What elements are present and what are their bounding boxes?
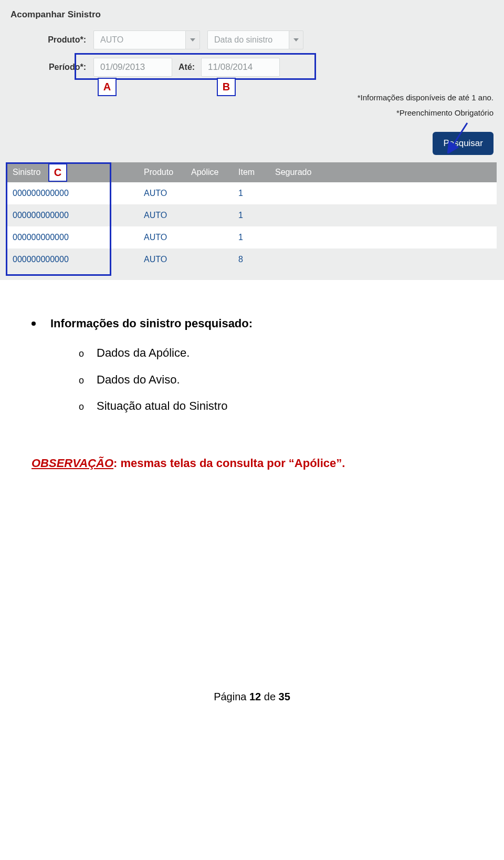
label-ate: Até: xyxy=(178,63,195,72)
list-item-text: Dados da Apólice. xyxy=(97,346,190,359)
cell-produto: AUTO xyxy=(139,226,186,248)
panel-title: Acompanhar Sinistro xyxy=(10,9,497,20)
footer-pre: Página xyxy=(214,691,249,702)
footer-current: 12 xyxy=(249,691,261,702)
cell-sinistro: 000000000000 xyxy=(7,248,139,271)
row-periodo: Período*: 01/09/2013 Até: 11/08/2014 xyxy=(7,58,497,77)
list-item-text: Situação atual do Sinistro xyxy=(97,399,228,412)
cell-produto: AUTO xyxy=(139,182,186,204)
cell-sinistro: 000000000000 xyxy=(7,204,139,226)
footer-total: 35 xyxy=(279,691,290,702)
cell-segurado xyxy=(270,204,497,226)
note-1: *Informações disponíveis de até 1 ano. xyxy=(7,90,494,106)
th-item: Item xyxy=(233,162,270,182)
obs-text: : mesmas telas da consulta por “Apólice”… xyxy=(113,457,345,470)
table-row[interactable]: 000000000000 AUTO 1 xyxy=(7,226,497,248)
circle-bullet-icon: o xyxy=(79,370,97,391)
produto-value: AUTO xyxy=(93,30,185,49)
label-periodo: Período*: xyxy=(34,63,86,72)
periodo-from-input[interactable]: 01/09/2013 xyxy=(93,58,172,77)
document-body: Informações do sinistro pesquisado: oDad… xyxy=(0,280,504,470)
search-button[interactable]: Pesquisar xyxy=(433,132,494,155)
table-row[interactable]: 000000000000 AUTO 8 xyxy=(7,248,497,271)
bullet-icon xyxy=(32,322,36,326)
data-sinistro-placeholder: Data do sinistro xyxy=(207,30,289,49)
data-sinistro-select[interactable]: Data do sinistro xyxy=(207,30,303,49)
list-item: oDados da Apólice. xyxy=(79,340,472,367)
cell-produto: AUTO xyxy=(139,248,186,271)
cell-segurado xyxy=(270,182,497,204)
table-row[interactable]: 000000000000 AUTO 1 xyxy=(7,182,497,204)
note-2: *Preenchimento Obrigatório xyxy=(7,106,494,121)
row-produto: Produto*: AUTO Data do sinistro xyxy=(7,30,497,49)
cell-item: 1 xyxy=(233,182,270,204)
list-item: oDados do Aviso. xyxy=(79,367,472,393)
bullet-heading: Informações do sinistro pesquisado: xyxy=(32,317,472,330)
cell-item: 8 xyxy=(233,248,270,271)
th-produto: Produto xyxy=(139,162,186,182)
sub-list: oDados da Apólice. oDados do Aviso. oSit… xyxy=(79,340,472,420)
annotation-marker-c: C xyxy=(48,163,67,182)
table-row[interactable]: 000000000000 AUTO 1 xyxy=(7,204,497,226)
periodo-to-input[interactable]: 11/08/2014 xyxy=(201,58,280,77)
notes-block: *Informações disponíveis de até 1 ano. *… xyxy=(7,90,494,120)
page-footer: Página 12 de 35 xyxy=(0,691,504,719)
annotation-marker-a: A xyxy=(98,78,117,96)
circle-bullet-icon: o xyxy=(79,343,97,365)
form-panel: Acompanhar Sinistro Produto*: AUTO Data … xyxy=(0,0,504,280)
circle-bullet-icon: o xyxy=(79,396,97,418)
chevron-down-icon[interactable] xyxy=(185,30,200,49)
cell-apolice xyxy=(186,248,233,271)
th-segurado: Segurado xyxy=(270,162,497,182)
list-item: oSituação atual do Sinistro xyxy=(79,393,472,420)
cell-item: 1 xyxy=(233,226,270,248)
th-sinistro: Sinistro xyxy=(7,162,139,182)
cell-sinistro: 000000000000 xyxy=(7,182,139,204)
chevron-down-icon[interactable] xyxy=(289,30,303,49)
list-item-text: Dados do Aviso. xyxy=(97,373,180,386)
cell-apolice xyxy=(186,226,233,248)
obs-label: OBSERVAÇÃO xyxy=(32,457,113,470)
cell-item: 1 xyxy=(233,204,270,226)
cell-sinistro: 000000000000 xyxy=(7,226,139,248)
produto-select[interactable]: AUTO xyxy=(93,30,200,49)
annotation-marker-b: B xyxy=(217,78,236,96)
cell-produto: AUTO xyxy=(139,204,186,226)
footer-mid: de xyxy=(261,691,278,702)
results-grid-wrap: Sinistro Produto Apólice Item Segurado 0… xyxy=(7,162,497,271)
label-produto: Produto*: xyxy=(34,35,86,45)
bullet-heading-text: Informações do sinistro pesquisado: xyxy=(50,317,253,330)
results-table: Sinistro Produto Apólice Item Segurado 0… xyxy=(7,162,497,271)
th-apolice: Apólice xyxy=(186,162,233,182)
cell-segurado xyxy=(270,226,497,248)
cell-apolice xyxy=(186,204,233,226)
cell-segurado xyxy=(270,248,497,271)
cell-apolice xyxy=(186,182,233,204)
observation: OBSERVAÇÃO: mesmas telas da consulta por… xyxy=(32,457,472,470)
